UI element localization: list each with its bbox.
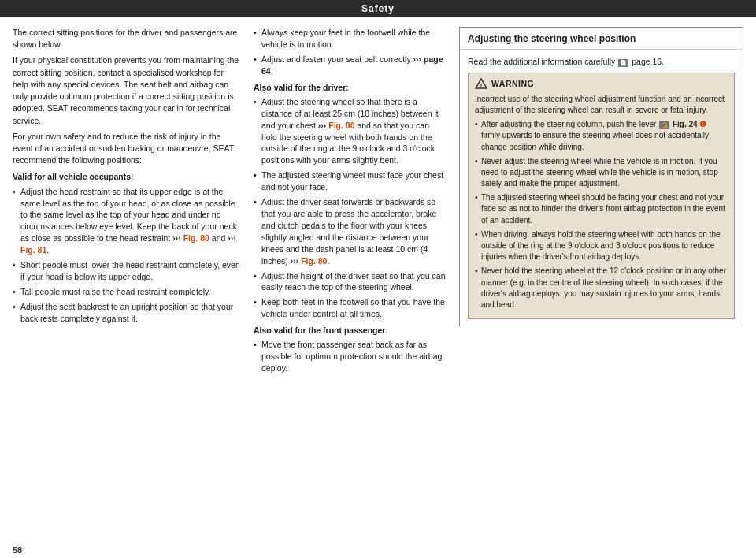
page-number: 58 — [0, 542, 756, 558]
middle-column: Always keep your feet in the footwell wh… — [254, 27, 447, 534]
right-column-box: Adjusting the steering wheel position Re… — [459, 27, 743, 326]
fig80-ref1: ››› Fig. 80 — [172, 233, 209, 243]
driver-bullet2: The adjusted steering wheel must face yo… — [254, 169, 447, 193]
book-icon-wrapper: 📄 — [617, 57, 632, 66]
mid-bullet2-text: Adjust and fasten your seat belt correct… — [261, 54, 443, 76]
driver-bullet1: Adjust the steering wheel so that there … — [254, 96, 447, 166]
left-bullet4: Adjust the seat backrest to an upright p… — [13, 301, 241, 325]
svg-text:!: ! — [480, 82, 483, 89]
left-bullet1-text: Adjust the head restraint so that its up… — [20, 187, 237, 255]
left-bullet2: Short people must lower the head restrai… — [13, 259, 241, 283]
right-col-body: Read the additional information carefull… — [460, 50, 743, 326]
left-bullet1: Adjust the head restraint so that its up… — [13, 186, 241, 256]
page16-ref: page 16 — [632, 57, 662, 66]
warning-header: ! WARNING — [475, 78, 728, 90]
warn-bullet3: The adjusted steering wheel should be fa… — [475, 192, 728, 226]
right-col-title: Adjusting the steering wheel position — [460, 28, 743, 50]
warn-bullet4: When driving, always hold the steering w… — [475, 229, 728, 263]
also-valid-driver-title: Also valid for the driver: — [254, 82, 447, 94]
also-valid-passenger-title: Also valid for the front passenger: — [254, 325, 447, 337]
warning-intro: Incorrect use of the steering wheel adju… — [475, 94, 728, 116]
fig24-icon: 🔏 — [659, 121, 669, 129]
mid-bullet1: Always keep your feet in the footwell wh… — [254, 27, 447, 50]
warning-box: ! WARNING Incorrect use of the steering … — [468, 73, 735, 319]
read-additional-text: Read the additional information carefull… — [468, 56, 735, 68]
pass-bullet1: Move the front passenger seat back as fa… — [254, 339, 447, 374]
right-column: Adjusting the steering wheel position Re… — [459, 27, 743, 534]
content-area: The correct sitting positions for the dr… — [0, 17, 756, 542]
left-column: The correct sitting positions for the dr… — [13, 27, 241, 534]
book-icon: 📄 — [618, 59, 628, 67]
mid-bullet2: Adjust and fasten your seat belt correct… — [254, 54, 447, 77]
read-additional-label: Read the additional information carefull… — [468, 57, 615, 66]
warn-bullet5: Never hold the steering wheel at the 12 … — [475, 266, 728, 311]
driver-bullet3-text: Adjust the driver seat forwards or backw… — [261, 197, 436, 266]
left-intro-para2: If your physical constitution prevents y… — [13, 54, 241, 126]
warning-triangle-icon: ! — [475, 78, 487, 89]
warn-bullet1: After adjusting the steering column, pus… — [475, 119, 728, 153]
valid-all-title: Valid for all vehicle occupants: — [13, 171, 241, 183]
page64-ref: ››› page 64 — [261, 54, 443, 76]
header-bar: Safety — [0, 0, 756, 17]
driver-bullet3: Adjust the driver seat forwards or backw… — [254, 196, 447, 266]
left-bullet3: Tall people must raise the head restrain… — [13, 286, 241, 298]
driver-bullet5: Keep both feet in the footwell so that y… — [254, 296, 447, 320]
header-title: Safety — [361, 3, 395, 14]
warning-body: Incorrect use of the steering wheel adju… — [475, 94, 728, 311]
page64-ref-text: page 64 — [261, 54, 443, 76]
left-intro-para3: For your own safety and to reduce the ri… — [13, 131, 241, 167]
left-intro-para1: The correct sitting positions for the dr… — [13, 27, 241, 50]
warning-label-text: WARNING — [491, 78, 534, 90]
driver-bullet4: Adjust the height of the driver seat so … — [254, 270, 447, 294]
page: Safety The correct sitting positions for… — [0, 0, 756, 558]
driver-bullet1-text: Adjust the steering wheel so that there … — [261, 97, 439, 166]
warn-bullet2: Never adjust the steering wheel while th… — [475, 156, 728, 190]
